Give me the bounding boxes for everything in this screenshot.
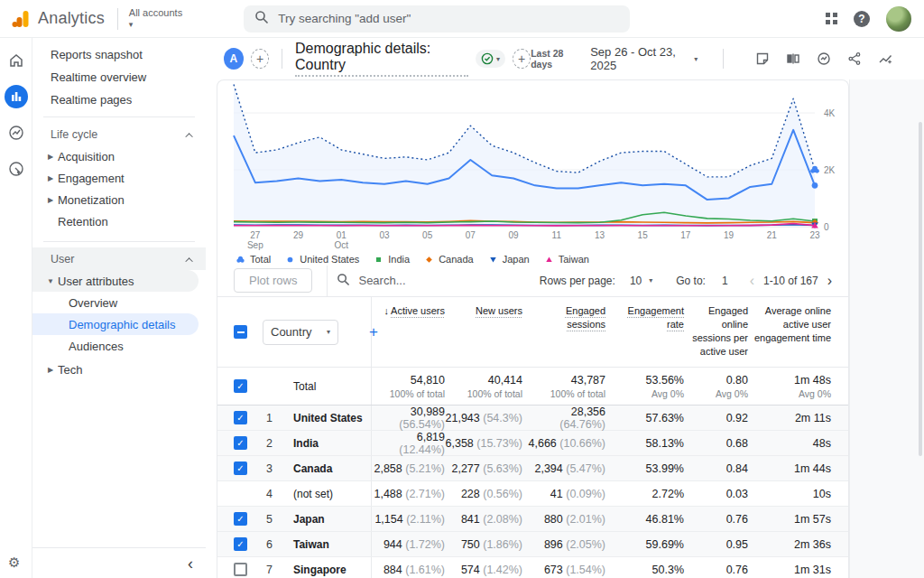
row-index: 2 — [263, 437, 293, 450]
svg-text:0: 0 — [824, 222, 829, 232]
select-all-checkbox[interactable] — [234, 325, 247, 339]
sidebar-item-reports-snapshot[interactable]: Reports snapshot — [32, 43, 206, 66]
sidebar-item-overview[interactable]: Overview — [32, 292, 206, 313]
divider — [117, 8, 118, 30]
country-name: Japan — [293, 513, 371, 526]
brand-title: Analytics — [38, 9, 105, 28]
sidebar-item-retention[interactable]: Retention — [32, 210, 206, 232]
home-icon[interactable] — [5, 49, 28, 72]
sidebar-item-user-attributes[interactable]: ▼ User attributes — [32, 270, 199, 292]
next-page-icon[interactable]: › — [826, 274, 834, 288]
main-area: A + Demographic details: Country ▾ + Las… — [206, 38, 924, 578]
column-header-engaged-sessions-per-user[interactable]: Engaged online sessions per active user — [684, 304, 748, 359]
metric-cell: 880 (2.01%) — [522, 513, 605, 526]
add-comparison-button[interactable]: + — [251, 49, 269, 69]
legend-item-india[interactable]: India — [374, 254, 410, 265]
advertising-icon[interactable] — [5, 157, 28, 181]
row-checkbox[interactable]: ✓ — [234, 436, 247, 450]
metric-cell: 28,356 (64.76%) — [522, 406, 605, 431]
section-user[interactable]: User — [32, 247, 206, 270]
date-range-selector[interactable]: Sep 26 - Oct 23, 2025 — [590, 45, 681, 72]
reports-icon[interactable] — [5, 85, 28, 108]
svg-text:4K: 4K — [824, 108, 836, 118]
svg-text:29: 29 — [293, 230, 304, 240]
insights-clock-icon[interactable] — [816, 51, 832, 67]
report-status-pill[interactable]: ▾ — [476, 50, 505, 68]
country-name: India — [293, 437, 371, 450]
explore-icon[interactable] — [5, 121, 28, 144]
divider — [282, 49, 282, 69]
add-report-button[interactable]: + — [513, 49, 531, 69]
table-body: ✓1United States30,989 (56.54%)21,943 (54… — [217, 406, 848, 578]
chevron-down-icon: ▾ — [327, 328, 330, 336]
legend-item-japan[interactable]: Japan — [488, 254, 530, 265]
sidebar-item-acquisition[interactable]: ▶ Acquisition — [32, 145, 206, 167]
column-header-active-users[interactable]: ↓Active users — [372, 304, 445, 318]
report-card: 02K4K27Sep2901Oct0305070911131517192123 … — [217, 79, 849, 578]
global-search-input[interactable]: Try searching "add user" — [244, 5, 630, 33]
compare-icon[interactable] — [785, 51, 801, 67]
row-checkbox[interactable] — [234, 563, 247, 576]
add-dimension-icon[interactable]: + — [369, 323, 371, 341]
row-checkbox[interactable]: ✓ — [234, 512, 247, 526]
rows-per-page-select[interactable]: 10 — [630, 275, 642, 287]
table-row-india: ✓2India6,819 (12.44%)6,358 (15.73%)4,666… — [217, 431, 848, 456]
sidebar-item-engagement[interactable]: ▶ Engagement — [32, 167, 206, 189]
help-icon[interactable]: ? — [854, 11, 870, 27]
analytics-intelligence-icon[interactable] — [877, 51, 893, 67]
country-name: Canada — [293, 462, 371, 475]
chevron-down-icon: ▾ — [694, 55, 698, 63]
vertical-scrollbar[interactable] — [919, 122, 922, 456]
svg-text:27: 27 — [250, 230, 261, 240]
previous-page-icon[interactable]: ‹ — [748, 274, 756, 288]
row-checkbox[interactable]: ✓ — [234, 461, 247, 475]
metric-cell: 673 (1.54%) — [522, 564, 605, 576]
row-index: 7 — [263, 564, 293, 576]
share-icon[interactable] — [846, 51, 863, 67]
table-search-input[interactable]: Search... — [337, 273, 405, 289]
metric-cell: 1m 44s — [748, 462, 831, 475]
plot-rows-button[interactable]: Plot rows — [234, 268, 312, 293]
metric-cell: 58.13% — [605, 437, 684, 450]
section-life-cycle[interactable]: Life cycle — [32, 123, 206, 145]
sidebar-item-monetization[interactable]: ▶ Monetization — [32, 189, 206, 210]
account-selector[interactable]: All accounts ▾ — [129, 7, 182, 30]
notes-icon[interactable] — [754, 51, 771, 67]
totals-cell: 43,787100% of total — [522, 374, 605, 399]
legend-item-total[interactable]: Total — [236, 254, 271, 265]
user-avatar[interactable] — [886, 6, 911, 32]
column-header-engagement-rate[interactable]: Engagement rate — [605, 304, 684, 331]
page-title[interactable]: Demographic details: Country — [295, 41, 468, 77]
legend-item-canada[interactable]: Canada — [424, 254, 474, 265]
sidebar-item-audiences[interactable]: Audiences — [32, 335, 206, 357]
sidebar-item-realtime-pages[interactable]: Realtime pages — [32, 89, 206, 111]
goto-page-input[interactable]: 1 — [722, 275, 728, 287]
sidebar-item-tech[interactable]: ▶ Tech — [32, 359, 206, 380]
column-header-avg-engagement-time[interactable]: Average online active user engagement ti… — [748, 304, 831, 345]
row-checkbox[interactable]: ✓ — [234, 537, 247, 551]
column-header-engaged-sessions[interactable]: Engaged sessions — [522, 304, 605, 331]
topbar: Analytics All accounts ▾ Try searching "… — [0, 0, 924, 38]
table-row-singapore: 7Singapore884 (1.61%)574 (1.42%)673 (1.5… — [217, 557, 848, 578]
metric-cell: 0.92 — [684, 412, 748, 424]
column-header-new-users[interactable]: New users — [445, 304, 522, 318]
row-checkbox[interactable]: ✓ — [234, 411, 247, 424]
svg-text:17: 17 — [680, 230, 691, 240]
collapse-sidebar-icon[interactable]: ‹ — [188, 555, 193, 572]
legend-item-taiwan[interactable]: Taiwan — [544, 254, 589, 265]
circle-marker-icon — [285, 255, 295, 265]
report-avatar[interactable]: A — [224, 48, 244, 70]
svg-text:01: 01 — [337, 230, 347, 240]
dimension-select[interactable]: Country ▾ — [263, 320, 338, 345]
sidebar-item-realtime-overview[interactable]: Realtime overview — [32, 66, 206, 89]
sidebar-item-demographic-details[interactable]: Demographic details — [32, 313, 199, 335]
metric-cell: 30,989 (56.54%) — [372, 406, 445, 431]
svg-text:07: 07 — [466, 230, 476, 240]
report-header: A + Demographic details: Country ▾ + Las… — [206, 38, 924, 79]
legend-item-united-states[interactable]: United States — [285, 254, 359, 265]
totals-cell: 40,414100% of total — [445, 374, 522, 399]
settings-gear-icon[interactable]: ⚙ — [8, 555, 20, 571]
totals-checkbox[interactable]: ✓ — [234, 379, 247, 393]
svg-text:2K: 2K — [824, 165, 836, 175]
apps-grid-icon[interactable] — [826, 13, 837, 24]
